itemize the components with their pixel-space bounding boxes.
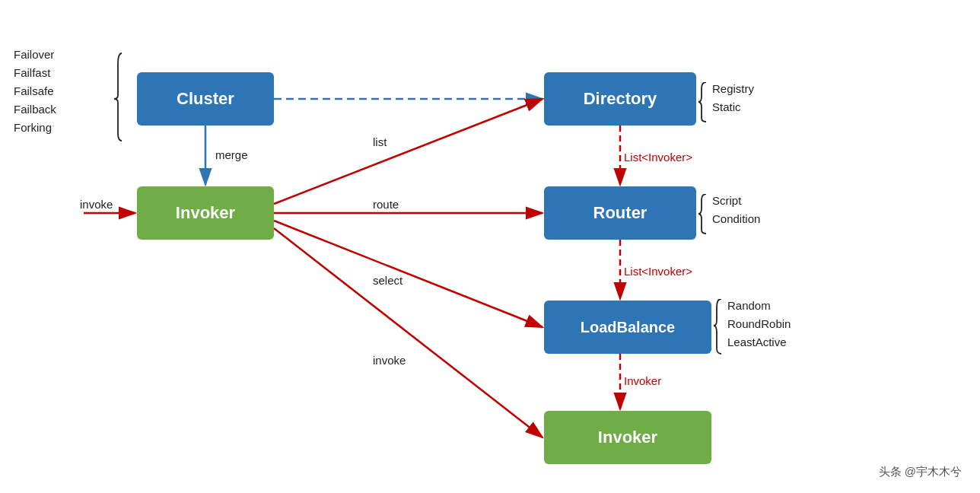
invoke-right-label: invoke — [373, 354, 406, 367]
label-leastactive: LeastActive — [727, 333, 791, 351]
label-registry: Registry — [712, 80, 754, 98]
select-label: select — [373, 274, 402, 287]
label-roundrobin: RoundRobin — [727, 315, 791, 333]
label-failfast: Failfast — [14, 64, 56, 82]
left-strategy-labels: Failover Failfast Failsafe Failback Fork… — [14, 46, 56, 137]
label-static: Static — [712, 98, 754, 116]
router-box: Router — [544, 186, 696, 240]
svg-line-11 — [274, 221, 542, 327]
directory-brace-label: Registry Static — [708, 80, 754, 116]
diagram-container: Failover Failfast Failsafe Failback Fork… — [0, 0, 980, 493]
cluster-box: Cluster — [137, 72, 274, 126]
loadbalance-box: LoadBalance — [544, 301, 711, 354]
directory-box: Directory — [544, 72, 696, 126]
invoker2-box: Invoker — [544, 411, 711, 464]
list-invoker2-label: List<Invoker> — [624, 265, 692, 278]
svg-line-9 — [274, 99, 542, 204]
invoker1-box: Invoker — [137, 186, 274, 240]
label-script: Script — [712, 192, 760, 210]
watermark: 头条 @宇木木兮 — [879, 465, 962, 479]
list-label: list — [373, 135, 387, 148]
route-label: route — [373, 198, 399, 211]
invoke-left-label: invoke — [80, 198, 113, 211]
label-condition: Condition — [712, 210, 760, 228]
label-forking: Forking — [14, 119, 56, 137]
label-failover: Failover — [14, 46, 56, 64]
svg-line-12 — [274, 228, 542, 437]
router-brace-label: Script Condition — [708, 192, 760, 228]
loadbalance-brace-label: Random RoundRobin LeastActive — [723, 297, 791, 351]
invoker-dashed-label: Invoker — [624, 374, 661, 387]
merge-label: merge — [215, 148, 248, 161]
label-random: Random — [727, 297, 791, 315]
label-failsafe: Failsafe — [14, 82, 56, 100]
label-failback: Failback — [14, 100, 56, 119]
list-invoker1-label: List<Invoker> — [624, 151, 692, 164]
